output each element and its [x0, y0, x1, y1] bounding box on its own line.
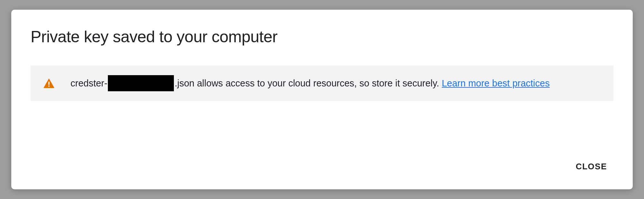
dialog-actions: CLOSE	[31, 145, 613, 175]
svg-rect-1	[48, 85, 49, 87]
close-button[interactable]: CLOSE	[569, 158, 613, 175]
private-key-dialog: Private key saved to your computer creds…	[11, 10, 633, 189]
warning-message-suffix: .json allows access to your cloud resour…	[175, 77, 439, 90]
filename-prefix: credster-	[71, 77, 107, 90]
warning-banner: credster-.json allows access to your clo…	[31, 65, 613, 101]
warning-message: credster-.json allows access to your clo…	[71, 75, 550, 91]
redacted-filename-part	[108, 75, 174, 91]
learn-more-link[interactable]: Learn more best practices	[442, 77, 550, 90]
svg-rect-0	[48, 82, 49, 85]
dialog-title: Private key saved to your computer	[31, 27, 613, 46]
warning-triangle-icon	[43, 78, 54, 88]
